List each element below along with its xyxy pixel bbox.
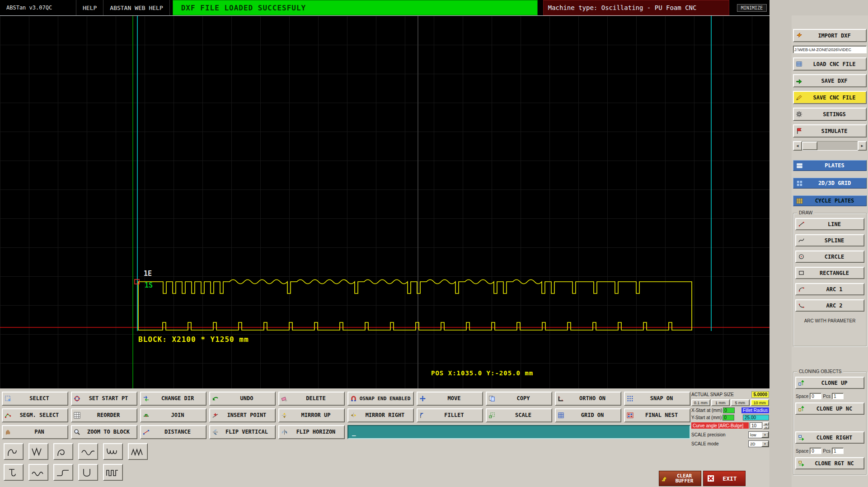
- line-button[interactable]: LINE: [795, 218, 864, 230]
- move-icon: [419, 395, 426, 402]
- horizontal-scrollbar[interactable]: ◀ ▶: [793, 141, 867, 151]
- cycle-plates-button[interactable]: CYCLE PLATES: [793, 195, 867, 206]
- button-label: SEGM. SELECT: [13, 412, 66, 418]
- save-dxf-button[interactable]: SAVE DXF: [793, 74, 867, 87]
- arc-with-parameter-label[interactable]: ARC WITH PARAMETER: [795, 316, 865, 343]
- spinner-down-button[interactable]: ▼: [763, 426, 769, 429]
- undo-button[interactable]: UNDO: [209, 392, 276, 406]
- button-label: DISTANCE: [151, 429, 204, 435]
- clone-rgt-nc-button[interactable]: CLONE RGT NC: [795, 457, 864, 469]
- rectangle-button[interactable]: RECTANGLE: [795, 267, 864, 279]
- flip-horizon-button[interactable]: FLIP HORIZON: [278, 425, 345, 439]
- save-cnc-file-button[interactable]: SAVE CNC FILE: [793, 91, 867, 104]
- fillet-radius-value[interactable]: 25.00: [743, 415, 769, 421]
- simulate-button[interactable]: SIMULATE: [793, 124, 867, 137]
- space-input[interactable]: 0: [810, 448, 821, 454]
- circle-button[interactable]: CIRCLE: [795, 251, 864, 263]
- arc-1-button[interactable]: ARC 1: [795, 283, 864, 295]
- delete-button[interactable]: DELETE: [278, 392, 345, 406]
- scrollbar-thumb[interactable]: [802, 142, 817, 150]
- pcs-input[interactable]: 1: [832, 393, 844, 399]
- mirror-up-button[interactable]: MIRROR UP: [278, 408, 345, 422]
- button-label: LOAD CNC FILE: [805, 61, 864, 67]
- spinner-up-button[interactable]: ▲: [763, 422, 769, 426]
- dxf-path-field[interactable]: J:\WEB-LM-ZONE\2026\VIDEC: [793, 46, 867, 53]
- x-start-label: X-Start at (mm): [691, 408, 722, 413]
- cloning-group-title: CLONING OBJECTS: [797, 369, 843, 374]
- scroll-right-button[interactable]: ▶: [858, 141, 867, 151]
- y-start-input[interactable]: 0: [723, 415, 734, 421]
- command-input[interactable]: _: [347, 425, 690, 439]
- clone-up-nc-button[interactable]: CLONE UP NC: [795, 402, 864, 415]
- pan-button[interactable]: PAN: [2, 425, 68, 439]
- setings-button[interactable]: SETINGS: [793, 108, 867, 121]
- mirror-right-button[interactable]: MIRROR RIGHT: [347, 408, 414, 422]
- grid-on-button[interactable]: GRID ON: [555, 408, 621, 422]
- join-button[interactable]: JOIN: [140, 408, 206, 422]
- change-dir-button[interactable]: CHANGE DIR: [140, 392, 206, 406]
- ortho-on-button[interactable]: ORTHO ON: [555, 392, 621, 406]
- fillet-button[interactable]: FILLET: [417, 408, 483, 422]
- scale-button[interactable]: SCALE: [486, 408, 552, 422]
- space-input[interactable]: 0: [810, 393, 821, 399]
- move-button[interactable]: MOVE: [417, 392, 483, 406]
- wave-tool-7-button[interactable]: [4, 464, 23, 481]
- clear-buffer-button[interactable]: CLEAR BUFFER: [659, 471, 701, 486]
- snap-size-0-1-mm-button[interactable]: 0.1 mm: [691, 399, 710, 406]
- wave-tool-8-button[interactable]: [28, 464, 48, 481]
- exit-button[interactable]: EXIT: [703, 471, 746, 486]
- drawing-canvas[interactable]: 1E 1S BLOCK: X2100 * Y1250 mm POS X:1035…: [0, 15, 769, 388]
- pcs-input[interactable]: 1: [832, 448, 844, 454]
- button-label: MIRROR RIGHT: [359, 412, 411, 418]
- osnap-end-enabled-button[interactable]: OSNAP END ENABLED: [347, 392, 414, 406]
- scroll-left-button[interactable]: ◀: [793, 141, 802, 151]
- final-nest-button[interactable]: FINAL NEST: [624, 408, 690, 422]
- wave-tool-6-button[interactable]: [128, 443, 148, 460]
- help-button[interactable]: HELP: [76, 0, 103, 15]
- web-help-button[interactable]: ABSTAN WEB HELP: [103, 0, 169, 15]
- snap-size-1-mm-button[interactable]: 1 mm: [711, 399, 730, 406]
- settings-gear-icon: [796, 111, 802, 118]
- plates-button[interactable]: PLATES: [793, 160, 867, 171]
- distance-button[interactable]: DISTANCE: [140, 425, 206, 439]
- insert-point-button[interactable]: INSERT POINT: [209, 408, 276, 422]
- spline-button[interactable]: SPLINE: [795, 234, 864, 246]
- scale-precision-select[interactable]: low ▼: [748, 431, 769, 438]
- scale-mode-select[interactable]: 2D ▼: [748, 440, 769, 447]
- 2d-3d-grid-button[interactable]: 2D/3D GRID: [793, 178, 867, 189]
- wave-tool-2-button[interactable]: [28, 443, 48, 460]
- wave-tool-4-button[interactable]: [78, 443, 98, 460]
- copy-button[interactable]: COPY: [486, 392, 552, 406]
- snap-size-5-mm-button[interactable]: 5 mm: [731, 399, 750, 406]
- flip-vertical-button[interactable]: FLIP VERTICAL: [209, 425, 276, 439]
- wave-tool-1-button[interactable]: [4, 443, 23, 460]
- select-button[interactable]: SELECT: [2, 392, 68, 406]
- x-start-input[interactable]: 0: [723, 407, 735, 413]
- minimize-button[interactable]: MINIMIZE: [737, 4, 767, 12]
- save-dxf-icon: [796, 77, 802, 84]
- wave-tool-10-button[interactable]: [78, 464, 98, 481]
- zoom-to-block-button[interactable]: ZOOM TO BLOCK: [71, 425, 137, 439]
- line-icon: [798, 221, 805, 227]
- curve-angle-input[interactable]: 10: [750, 422, 762, 429]
- wave-tool-9-button[interactable]: [53, 464, 73, 481]
- contour-path[interactable]: [138, 280, 692, 331]
- wave-tool-5-button[interactable]: [103, 443, 123, 460]
- wave-tool-3-button[interactable]: [53, 443, 73, 460]
- arc-2-button[interactable]: ARC 2: [795, 299, 864, 312]
- snap-size-10-mm-button[interactable]: 10 mm: [751, 399, 769, 406]
- fillet-radius-label: Fillet Radius: [741, 407, 769, 413]
- target-icon: [74, 395, 80, 402]
- reorder-button[interactable]: REORDER: [71, 408, 137, 422]
- scrollbar-track[interactable]: [802, 141, 858, 151]
- clone-up-button[interactable]: CLONE UP: [795, 377, 864, 389]
- chevron-down-icon[interactable]: ▼: [761, 441, 769, 447]
- snap-on-button[interactable]: SNAP ON: [624, 392, 690, 406]
- chevron-down-icon[interactable]: ▼: [761, 432, 769, 438]
- import-dxf-button[interactable]: IMPORT DXF: [793, 29, 867, 42]
- load-cnc-file-button[interactable]: LOAD CNC FILE: [793, 57, 867, 71]
- segm-select-button[interactable]: SEGM. SELECT: [2, 408, 68, 422]
- set-start-pt-button[interactable]: SET START PT: [71, 392, 137, 406]
- clone-right-button[interactable]: CLONE RIGHT: [795, 431, 864, 444]
- wave-tool-11-button[interactable]: [103, 464, 123, 481]
